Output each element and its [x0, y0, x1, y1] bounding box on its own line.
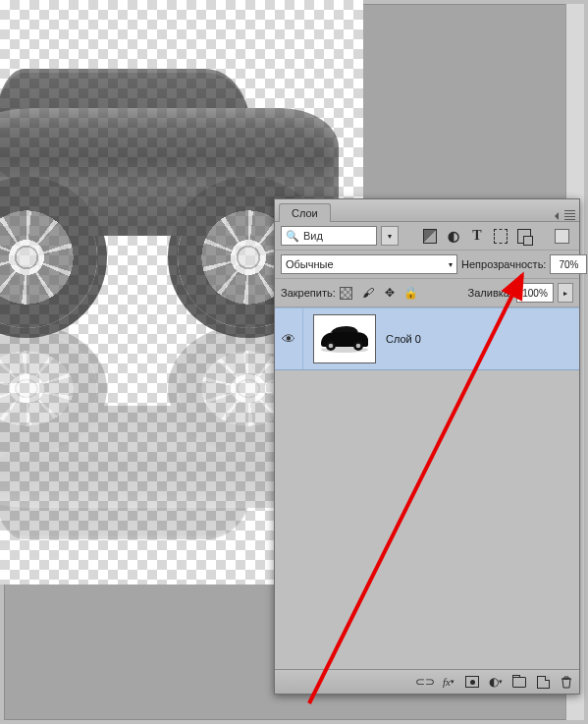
fill-value-field[interactable]: 100% — [516, 283, 554, 303]
layer-row[interactable]: 👁 Слой 0 — [275, 307, 579, 370]
shape-filter-icon[interactable] — [494, 229, 508, 243]
lock-label: Закрепить: — [281, 287, 336, 299]
delete-layer-icon[interactable] — [560, 675, 573, 689]
lock-position-icon[interactable]: ✥ — [383, 286, 397, 300]
panel-menu-icon[interactable] — [564, 210, 575, 221]
svg-point-2 — [329, 344, 334, 349]
layer-filter-row: 🔍 Вид ▾ ◐ T — [275, 222, 579, 251]
layers-list[interactable]: 👁 Слой 0 — [275, 307, 579, 669]
layer-mask-icon[interactable] — [465, 675, 479, 689]
svg-point-4 — [356, 344, 361, 349]
fill-slider-button[interactable]: ▸ — [558, 283, 573, 303]
blend-mode-value: Обычные — [286, 258, 334, 270]
layer-thumbnail[interactable] — [313, 314, 376, 363]
new-group-icon[interactable] — [512, 675, 526, 689]
tab-layers[interactable]: Слои — [279, 203, 331, 222]
opacity-value-field[interactable]: 70% — [550, 254, 587, 274]
layer-style-icon[interactable]: fx▾ — [442, 675, 455, 689]
lock-paint-icon[interactable]: 🖌 — [361, 286, 375, 300]
fill-label: Заливка: — [468, 287, 512, 299]
type-filter-icon[interactable]: T — [470, 229, 484, 243]
layers-panel: Слои 🔍 Вид ▾ ◐ T — [274, 198, 580, 695]
lock-pixels-icon[interactable] — [340, 286, 353, 300]
layers-panel-footer: ⊂⊃ fx▾ ◐▾ — [275, 669, 579, 694]
panel-tab-bar: Слои — [275, 199, 579, 222]
layer-filter-dropdown-button[interactable]: ▾ — [381, 226, 399, 246]
visibility-toggle[interactable]: 👁 — [275, 308, 303, 369]
adjustment-filter-icon[interactable]: ◐ — [447, 229, 460, 243]
image-filter-icon[interactable] — [423, 229, 437, 243]
collapse-icon[interactable] — [555, 212, 559, 220]
lock-fill-row: Закрепить: 🖌 ✥ 🔒 Заливка: 100% ▸ — [275, 279, 579, 307]
layer-filter-select[interactable]: 🔍 Вид — [281, 226, 377, 246]
opacity-label: Непрозрачность: — [461, 258, 546, 270]
new-adjustment-layer-icon[interactable]: ◐▾ — [489, 675, 503, 689]
eye-icon: 👁 — [282, 331, 295, 347]
filter-toggle-switch[interactable] — [555, 229, 569, 244]
layer-filter-label: Вид — [303, 230, 323, 242]
new-layer-icon[interactable] — [536, 675, 550, 689]
opacity-value: 70% — [559, 259, 578, 270]
blend-mode-select[interactable]: Обычные ▾ — [281, 254, 457, 274]
fill-value: 100% — [522, 288, 548, 299]
blend-opacity-row: Обычные ▾ Непрозрачность: 70% ▸ — [275, 251, 579, 279]
lock-all-icon[interactable]: 🔒 — [404, 286, 418, 300]
chevron-down-icon: ▾ — [449, 260, 453, 269]
tab-layers-label: Слои — [292, 207, 318, 219]
workspace: Слои 🔍 Вид ▾ ◐ T — [0, 0, 588, 724]
layer-name[interactable]: Слой 0 — [386, 333, 421, 345]
link-layers-icon[interactable]: ⊂⊃ — [418, 675, 432, 689]
search-icon: 🔍 — [286, 230, 299, 243]
smart-object-filter-icon[interactable] — [517, 229, 531, 243]
